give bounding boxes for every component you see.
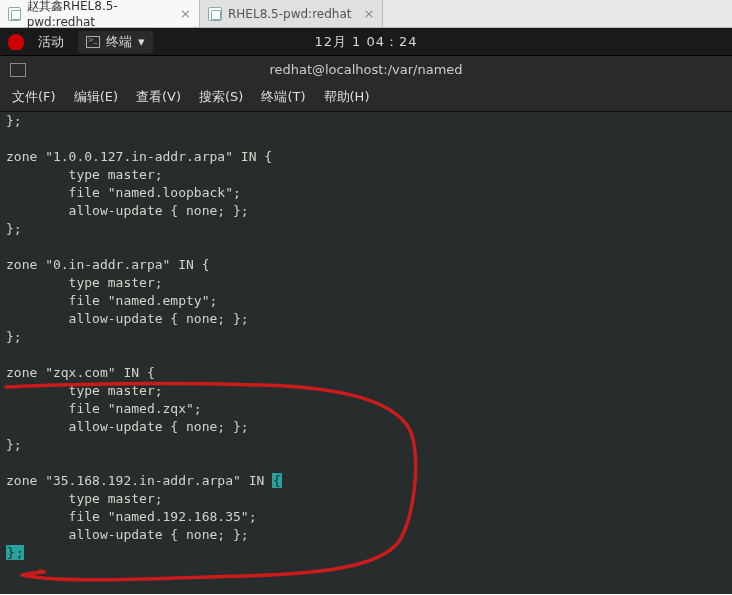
menu-search[interactable]: 搜索(S) [199, 88, 243, 106]
close-icon[interactable]: × [180, 6, 191, 21]
browser-tab-strip: 赵其鑫RHEL8.5-pwd:redhat × RHEL8.5-pwd:redh… [0, 0, 732, 28]
browser-tab-label: 赵其鑫RHEL8.5-pwd:redhat [27, 0, 168, 29]
gnome-top-bar: 活动 终端 ▾ 12月 1 04：24 [0, 28, 732, 55]
active-app-label: 终端 [106, 33, 132, 51]
browser-tab-label: RHEL8.5-pwd:redhat [228, 7, 351, 21]
activities-button[interactable]: 活动 [38, 33, 64, 51]
terminal-window-title: redhat@localhost:/var/named [269, 62, 462, 77]
active-app-indicator[interactable]: 终端 ▾ [78, 31, 153, 53]
terminal-menubar: 文件(F) 编辑(E) 查看(V) 搜索(S) 终端(T) 帮助(H) [0, 83, 732, 112]
menu-terminal[interactable]: 终端(T) [261, 88, 305, 106]
vm-icon [208, 7, 222, 21]
browser-tab-active[interactable]: 赵其鑫RHEL8.5-pwd:redhat × [0, 0, 200, 27]
terminal-icon [86, 36, 100, 48]
chevron-down-icon: ▾ [138, 34, 145, 49]
menu-edit[interactable]: 编辑(E) [74, 88, 118, 106]
terminal-body[interactable]: }; zone "1.0.0.127.in-addr.arpa" IN { ty… [0, 112, 732, 594]
redhat-logo-icon [8, 34, 24, 50]
menu-file[interactable]: 文件(F) [12, 88, 56, 106]
menu-view[interactable]: 查看(V) [136, 88, 181, 106]
browser-tab-inactive[interactable]: RHEL8.5-pwd:redhat × [200, 0, 383, 27]
menu-help[interactable]: 帮助(H) [324, 88, 370, 106]
terminal-window-title-bar: redhat@localhost:/var/named [0, 55, 732, 83]
close-icon[interactable]: × [363, 6, 374, 21]
window-icon [10, 63, 26, 77]
vm-icon [8, 7, 21, 21]
